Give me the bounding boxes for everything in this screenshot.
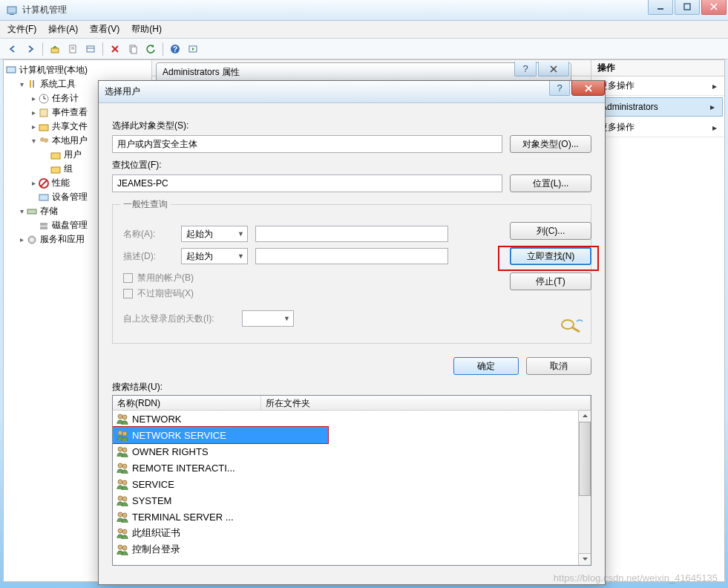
svg-point-43	[118, 414, 122, 419]
action-row[interactable]: Administrators▸	[593, 97, 723, 117]
disabled-accounts-checkbox[interactable]	[123, 273, 133, 283]
svg-text:?: ?	[173, 45, 177, 53]
result-row[interactable]: SERVICE	[113, 476, 591, 492]
admin-close-button[interactable]	[538, 62, 569, 76]
dialog-help-button[interactable]: ?	[549, 81, 570, 96]
result-row[interactable]: 此组织证书	[113, 525, 591, 541]
desc-match-combo[interactable]: 起始为▼	[181, 248, 248, 264]
nav-back-button[interactable]	[4, 41, 21, 57]
expand-icon[interactable]: ▾	[17, 80, 26, 88]
svg-point-48	[122, 448, 127, 452]
chevron-right-icon: ▸	[712, 122, 717, 133]
tree-root[interactable]: 计算机管理(本地)	[4, 63, 151, 77]
expand-icon[interactable]: ▸	[29, 179, 38, 187]
admin-dialog-title: Administrators 属性	[163, 66, 240, 79]
delete-button[interactable]	[107, 41, 123, 57]
columns-button[interactable]: 列(C)...	[510, 222, 591, 240]
result-name: NETWORK SERVICE	[132, 430, 226, 441]
scrollbar[interactable]	[578, 411, 591, 565]
chevron-down-icon: ▼	[283, 315, 290, 322]
svg-point-28	[44, 138, 48, 143]
svg-point-38	[30, 238, 33, 241]
object-type-button[interactable]: 对象类型(O)...	[510, 135, 591, 153]
noexpiry-checkbox[interactable]	[123, 289, 133, 298]
expand-icon[interactable]: ▸	[29, 94, 38, 102]
menu-file[interactable]: 文件(F)	[7, 23, 36, 36]
result-row[interactable]: TERMINAL SERVER ...	[113, 509, 591, 525]
ok-button[interactable]: 确定	[453, 357, 519, 375]
svg-point-55	[118, 512, 122, 517]
result-row[interactable]: 控制台登录	[113, 541, 591, 558]
user-group-icon	[116, 494, 129, 506]
maximize-button[interactable]	[675, 0, 700, 15]
location-button[interactable]: 位置(L)...	[510, 174, 591, 192]
menu-view[interactable]: 查看(V)	[90, 23, 119, 36]
col-name[interactable]: 名称(RDN)	[113, 396, 261, 410]
svg-rect-35	[40, 223, 47, 226]
menu-action[interactable]: 操作(A)	[48, 23, 78, 36]
svg-rect-10	[87, 46, 94, 52]
svg-point-47	[118, 447, 122, 451]
scroll-up-button[interactable]	[578, 410, 591, 422]
user-group-icon	[116, 511, 129, 523]
result-name: SYSTEM	[132, 495, 171, 506]
svg-rect-6	[51, 48, 59, 53]
desc-input[interactable]	[255, 248, 448, 264]
menu-help[interactable]: 帮助(H)	[131, 23, 162, 36]
refresh-button[interactable]	[142, 41, 159, 57]
user-group-icon	[116, 429, 129, 441]
expand-icon[interactable]: ▾	[17, 207, 26, 215]
tree-label: 组	[64, 163, 73, 175]
up-button[interactable]	[47, 41, 63, 57]
results-header: 名称(RDN) 所在文件夹	[113, 396, 591, 411]
svg-rect-15	[131, 47, 137, 53]
expand-icon[interactable]: ▾	[29, 137, 38, 145]
copy-button[interactable]	[125, 41, 141, 57]
svg-rect-36	[40, 226, 47, 229]
scroll-down-button[interactable]	[578, 553, 591, 566]
action-row[interactable]: 更多操作▸	[591, 118, 724, 137]
dialog-close-button[interactable]	[571, 81, 605, 96]
result-row[interactable]: REMOTE INTERACTI...	[113, 460, 591, 476]
dialog-body: 选择此对象类型(S): 用户或内置安全主体 对象类型(O)... 查找位置(F)…	[99, 103, 605, 576]
nav-forward-button[interactable]	[22, 41, 39, 57]
run-button[interactable]	[185, 41, 201, 57]
tree-icon	[26, 234, 38, 246]
action-row[interactable]: 更多操作▸	[591, 76, 724, 96]
scroll-thumb[interactable]	[579, 422, 591, 496]
svg-point-45	[118, 431, 122, 435]
location-field: JEAMES-PC	[112, 174, 502, 192]
col-folder[interactable]: 所在文件夹	[261, 396, 591, 410]
admin-help-button[interactable]: ?	[514, 62, 537, 76]
watermark: https://blog.csdn.net/weixin_41645135	[554, 572, 718, 584]
expand-icon[interactable]: ▸	[17, 235, 26, 244]
tree-icon	[26, 79, 38, 91]
tree-label: 存储	[40, 205, 58, 218]
find-now-button[interactable]: 立即查找(N)	[510, 247, 591, 265]
tree-label: 本地用户	[52, 134, 88, 147]
stop-button[interactable]: 停止(T)	[510, 272, 591, 290]
name-match-combo[interactable]: 起始为▼	[181, 226, 248, 242]
user-group-icon	[116, 527, 129, 539]
minimize-button[interactable]	[648, 0, 673, 15]
svg-point-58	[122, 529, 127, 534]
result-row[interactable]: NETWORK	[113, 411, 591, 427]
days-combo[interactable]: ▼	[242, 310, 294, 327]
result-row[interactable]: OWNER RIGHTS	[113, 443, 591, 460]
main-title: 计算机管理	[22, 4, 67, 16]
help-button[interactable]: ?	[167, 41, 183, 57]
expand-icon[interactable]: ▸	[29, 108, 38, 117]
properties-button[interactable]	[65, 41, 81, 57]
result-row[interactable]: SYSTEM	[113, 492, 591, 509]
svg-rect-29	[51, 153, 60, 159]
search-icon	[557, 317, 584, 333]
name-input[interactable]	[255, 226, 448, 242]
close-button[interactable]	[701, 0, 727, 15]
result-row[interactable]: NETWORK SERVICE	[113, 427, 328, 443]
main-title-bar: 计算机管理	[0, 0, 728, 21]
tree-icon	[50, 149, 62, 161]
cancel-button[interactable]: 取消	[526, 357, 591, 375]
expand-icon[interactable]: ▸	[29, 122, 38, 131]
admin-properties-dialog: Administrators 属性 ?	[156, 62, 571, 82]
list-button[interactable]	[82, 41, 99, 57]
